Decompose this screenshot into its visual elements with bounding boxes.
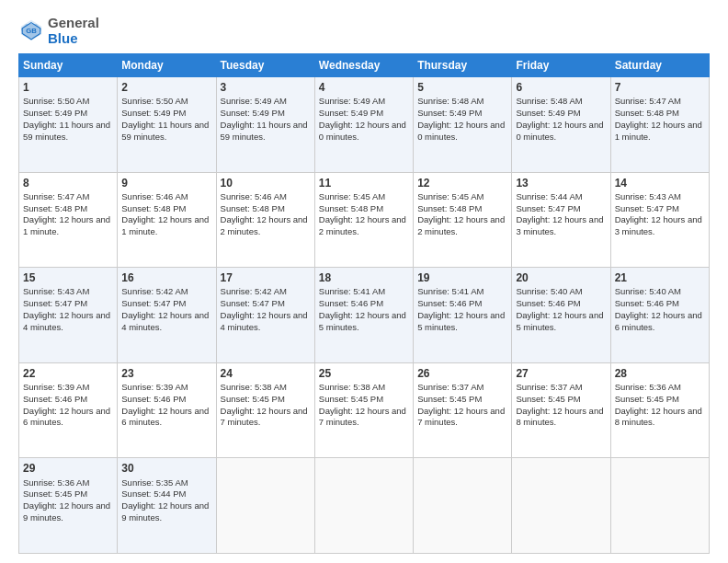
day-info: Sunrise: 5:42 AM: [121, 286, 211, 298]
calendar-cell: 28Sunrise: 5:36 AMSunset: 5:45 PMDayligh…: [610, 362, 709, 458]
calendar-cell: 25Sunrise: 5:38 AMSunset: 5:45 PMDayligh…: [314, 362, 413, 458]
calendar-cell: [314, 458, 413, 554]
day-info: Daylight: 12 hours and 2 minutes.: [221, 214, 311, 238]
day-info: Sunset: 5:46 PM: [319, 298, 409, 310]
day-info: Sunrise: 5:46 AM: [121, 191, 211, 203]
day-info: Sunrise: 5:48 AM: [417, 96, 507, 108]
day-info: Sunset: 5:49 PM: [516, 108, 606, 120]
calendar-cell: 15Sunrise: 5:43 AMSunset: 5:47 PMDayligh…: [19, 268, 118, 363]
day-info: Sunrise: 5:41 AM: [319, 286, 409, 298]
calendar-cell: 1Sunrise: 5:50 AMSunset: 5:49 PMDaylight…: [19, 77, 118, 173]
logo-text: General Blue: [48, 15, 99, 46]
day-info: Daylight: 12 hours and 7 minutes.: [417, 406, 507, 430]
day-info: Sunrise: 5:40 AM: [516, 286, 606, 298]
day-info: Daylight: 11 hours and 59 minutes.: [121, 120, 211, 144]
calendar-week-row: 8Sunrise: 5:47 AMSunset: 5:48 PMDaylight…: [19, 172, 710, 268]
calendar-cell: 26Sunrise: 5:37 AMSunset: 5:45 PMDayligh…: [414, 362, 512, 458]
calendar-cell: 21Sunrise: 5:40 AMSunset: 5:46 PMDayligh…: [610, 268, 709, 363]
calendar-cell: 19Sunrise: 5:41 AMSunset: 5:46 PMDayligh…: [414, 268, 512, 363]
day-info: Sunrise: 5:40 AM: [615, 286, 705, 298]
day-number: 11: [319, 176, 409, 190]
day-info: Daylight: 12 hours and 6 minutes.: [615, 310, 705, 334]
calendar-cell: 13Sunrise: 5:44 AMSunset: 5:47 PMDayligh…: [512, 172, 610, 268]
calendar-cell: 27Sunrise: 5:37 AMSunset: 5:45 PMDayligh…: [512, 362, 610, 458]
day-number: 12: [417, 176, 507, 190]
day-info: Sunset: 5:48 PM: [319, 203, 409, 215]
day-info: Sunset: 5:47 PM: [615, 203, 705, 215]
day-number: 18: [319, 270, 409, 285]
calendar-week-row: 29Sunrise: 5:36 AMSunset: 5:45 PMDayligh…: [19, 458, 710, 554]
calendar-header-row: SundayMondayTuesdayWednesdayThursdayFrid…: [19, 54, 710, 77]
day-info: Sunrise: 5:36 AM: [23, 477, 113, 489]
day-info: Sunrise: 5:50 AM: [23, 96, 113, 108]
day-info: Sunset: 5:47 PM: [221, 298, 311, 310]
calendar-cell: 2Sunrise: 5:50 AMSunset: 5:49 PMDaylight…: [118, 77, 216, 173]
calendar-day-header: Thursday: [414, 54, 512, 77]
day-number: 30: [121, 461, 211, 476]
day-info: Sunrise: 5:47 AM: [615, 96, 705, 108]
day-info: Sunset: 5:45 PM: [319, 394, 409, 406]
day-info: Sunset: 5:47 PM: [516, 203, 606, 215]
day-info: Sunset: 5:46 PM: [615, 298, 705, 310]
day-number: 8: [23, 176, 113, 190]
calendar-cell: 4Sunrise: 5:49 AMSunset: 5:49 PMDaylight…: [314, 77, 413, 173]
day-number: 17: [221, 270, 311, 285]
calendar-cell: [414, 458, 512, 554]
day-number: 7: [615, 80, 705, 95]
day-info: Sunset: 5:45 PM: [516, 394, 606, 406]
calendar-body: 1Sunrise: 5:50 AMSunset: 5:49 PMDaylight…: [19, 77, 710, 554]
day-info: Sunrise: 5:49 AM: [319, 96, 409, 108]
day-info: Sunset: 5:45 PM: [23, 488, 113, 500]
day-number: 4: [319, 80, 409, 95]
day-info: Sunset: 5:46 PM: [23, 394, 113, 406]
day-info: Daylight: 12 hours and 2 minutes.: [319, 214, 409, 238]
day-info: Daylight: 12 hours and 9 minutes.: [23, 500, 113, 524]
calendar-week-row: 15Sunrise: 5:43 AMSunset: 5:47 PMDayligh…: [19, 268, 710, 363]
calendar-cell: 12Sunrise: 5:45 AMSunset: 5:48 PMDayligh…: [414, 172, 512, 268]
day-number: 20: [516, 270, 606, 285]
page: GB General Blue SundayMondayTuesdayWedne…: [0, 0, 728, 563]
day-info: Sunrise: 5:43 AM: [615, 191, 705, 203]
calendar-cell: 11Sunrise: 5:45 AMSunset: 5:48 PMDayligh…: [314, 172, 413, 268]
day-number: 3: [221, 80, 311, 95]
day-info: Daylight: 12 hours and 5 minutes.: [319, 310, 409, 334]
day-info: Daylight: 11 hours and 59 minutes.: [23, 120, 113, 144]
calendar-cell: 30Sunrise: 5:35 AMSunset: 5:44 PMDayligh…: [118, 458, 216, 554]
day-info: Sunrise: 5:39 AM: [121, 382, 211, 394]
day-info: Daylight: 12 hours and 0 minutes.: [319, 120, 409, 144]
day-number: 6: [516, 80, 606, 95]
day-info: Sunset: 5:45 PM: [615, 394, 705, 406]
calendar-cell: [216, 458, 314, 554]
calendar-cell: 9Sunrise: 5:46 AMSunset: 5:48 PMDaylight…: [118, 172, 216, 268]
day-number: 15: [23, 270, 113, 285]
day-info: Sunset: 5:46 PM: [516, 298, 606, 310]
calendar-cell: 17Sunrise: 5:42 AMSunset: 5:47 PMDayligh…: [216, 268, 314, 363]
svg-text:GB: GB: [26, 27, 37, 35]
day-info: Sunset: 5:48 PM: [23, 203, 113, 215]
calendar-cell: 6Sunrise: 5:48 AMSunset: 5:49 PMDaylight…: [512, 77, 610, 173]
day-number: 1: [23, 80, 113, 95]
day-info: Sunrise: 5:35 AM: [121, 477, 211, 489]
day-info: Sunrise: 5:39 AM: [23, 382, 113, 394]
day-info: Daylight: 12 hours and 2 minutes.: [417, 214, 507, 238]
day-number: 27: [516, 366, 606, 381]
day-info: Sunset: 5:46 PM: [121, 394, 211, 406]
day-info: Daylight: 12 hours and 3 minutes.: [516, 214, 606, 238]
day-info: Sunset: 5:48 PM: [417, 203, 507, 215]
calendar-cell: 14Sunrise: 5:43 AMSunset: 5:47 PMDayligh…: [610, 172, 709, 268]
day-info: Sunrise: 5:45 AM: [417, 191, 507, 203]
day-number: 5: [417, 80, 507, 95]
day-number: 21: [615, 270, 705, 285]
day-info: Sunrise: 5:42 AM: [221, 286, 311, 298]
day-info: Daylight: 12 hours and 4 minutes.: [23, 310, 113, 334]
day-info: Sunset: 5:45 PM: [417, 394, 507, 406]
calendar-day-header: Wednesday: [314, 54, 413, 77]
calendar-cell: 22Sunrise: 5:39 AMSunset: 5:46 PMDayligh…: [19, 362, 118, 458]
calendar-day-header: Friday: [512, 54, 610, 77]
calendar-day-header: Saturday: [610, 54, 709, 77]
day-info: Sunrise: 5:37 AM: [417, 382, 507, 394]
day-info: Daylight: 12 hours and 9 minutes.: [121, 500, 211, 524]
day-info: Sunrise: 5:49 AM: [221, 96, 311, 108]
day-info: Sunset: 5:48 PM: [615, 108, 705, 120]
day-info: Daylight: 12 hours and 4 minutes.: [221, 310, 311, 334]
